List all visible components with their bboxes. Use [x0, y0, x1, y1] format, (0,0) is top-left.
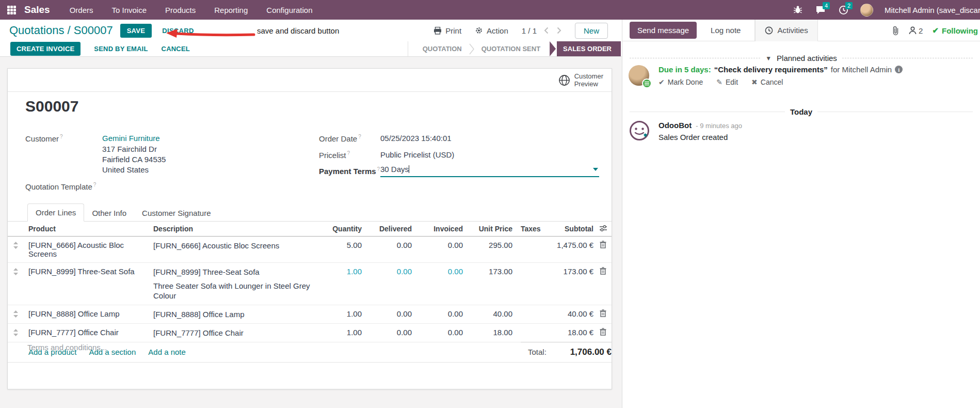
customer-name-link[interactable]: Gemini Furniture	[102, 134, 160, 143]
header-invoiced[interactable]: Invoiced	[412, 225, 463, 233]
cell-unit-price[interactable]: 40.00	[463, 309, 512, 318]
collapse-caret-icon[interactable]: ▼	[765, 55, 772, 62]
drag-handle-icon[interactable]	[8, 328, 23, 336]
debug-bug-icon[interactable]	[792, 4, 804, 15]
tab-order-lines[interactable]: Order Lines	[27, 203, 84, 222]
header-product[interactable]: Product	[23, 225, 146, 233]
messages-icon[interactable]: 4	[815, 4, 826, 15]
header-delivered[interactable]: Delivered	[362, 225, 412, 233]
odoobot-avatar[interactable]	[630, 121, 649, 140]
user-name[interactable]: Mitchell Admin (save_discard	[885, 6, 980, 14]
header-quantity[interactable]: Quantity	[317, 225, 362, 233]
following-button[interactable]: ✔ Following	[932, 26, 978, 35]
topbar-menu-orders[interactable]: Orders	[70, 6, 93, 14]
topbar-menu-products[interactable]: Products	[165, 6, 196, 14]
cell-product[interactable]: [FURN_8888] Office Lamp	[23, 309, 146, 318]
activities-button[interactable]: Activities	[755, 20, 817, 41]
delete-row-icon[interactable]	[593, 309, 613, 317]
cell-invoiced[interactable]: 0.00	[412, 328, 463, 337]
discard-button[interactable]: DISCARD	[162, 27, 194, 35]
cell-unit-price[interactable]: 173.00	[463, 267, 512, 276]
action-button[interactable]: Action	[475, 26, 508, 35]
topbar-menu-to-invoice[interactable]: To Invoice	[112, 6, 147, 14]
pager-next-icon[interactable]	[557, 27, 561, 34]
cell-description[interactable]: [FURN_7777] Office Chair	[146, 328, 317, 338]
activities-clock-icon[interactable]: 2	[838, 4, 849, 15]
cell-quantity[interactable]: 5.00	[317, 241, 362, 249]
payment-terms-input[interactable]: 30 Days	[380, 165, 599, 177]
cell-invoiced[interactable]: 0.00	[412, 267, 463, 276]
topbar-menu-reporting[interactable]: Reporting	[214, 6, 248, 14]
topbar-menu-configuration[interactable]: Configuration	[266, 6, 312, 14]
log-note-button[interactable]: Log note	[703, 22, 748, 39]
cell-description[interactable]: [FURN_8888] Office Lamp	[146, 309, 317, 319]
cell-delivered[interactable]: 0.00	[362, 241, 412, 249]
delete-row-icon[interactable]	[593, 241, 613, 248]
order-date-value[interactable]: 05/25/2023 15:40:01	[380, 134, 452, 143]
print-button[interactable]: Print	[433, 26, 461, 35]
send-by-email-button[interactable]: SEND BY EMAIL	[94, 45, 148, 53]
record-title: S00007	[25, 98, 78, 115]
terms-and-conditions-placeholder[interactable]: Terms and conditions...	[27, 343, 107, 352]
stage-pipeline: QUOTATION QUOTATION SENT SALES ORDER	[408, 41, 621, 56]
cell-product[interactable]: [FURN_8999] Three-Seat Sofa	[23, 267, 146, 276]
send-message-button[interactable]: Send message	[630, 22, 697, 39]
delete-row-icon[interactable]	[593, 328, 613, 336]
info-icon[interactable]: i	[895, 66, 903, 73]
customer-label: Customer?	[25, 134, 63, 143]
new-button[interactable]: New	[575, 23, 608, 39]
breadcrumb-quotations[interactable]: Quotations	[9, 24, 64, 37]
cell-quantity[interactable]: 1.00	[317, 267, 362, 276]
cell-invoiced[interactable]: 0.00	[412, 309, 463, 318]
pricelist-value[interactable]: Public Pricelist (USD)	[380, 150, 454, 159]
customer-preview-button[interactable]: CustomerPreview	[558, 72, 603, 88]
cell-product[interactable]: [FURN_7777] Office Chair	[23, 328, 146, 337]
followers-button[interactable]: 2	[909, 26, 923, 35]
header-description[interactable]: Description	[146, 225, 317, 233]
cell-unit-price[interactable]: 295.00	[463, 241, 512, 249]
stage-quotation[interactable]: QUOTATION	[415, 45, 469, 53]
cell-quantity[interactable]: 1.00	[317, 328, 362, 337]
cell-delivered[interactable]: 0.00	[362, 267, 412, 276]
attachment-paperclip-icon[interactable]	[892, 26, 899, 36]
cancel-activity-button[interactable]: ✖Cancel	[751, 78, 783, 86]
cell-description[interactable]: [FURN_8999] Three-Seat SofaThree Seater …	[146, 267, 317, 301]
tab-customer-signature[interactable]: Customer Signature	[134, 205, 218, 222]
drag-handle-icon[interactable]	[8, 309, 23, 318]
add-note-link[interactable]: Add a note	[148, 348, 186, 356]
cell-unit-price[interactable]: 18.00	[463, 328, 512, 337]
mark-done-button[interactable]: ✔Mark Done	[658, 78, 703, 86]
payment-terms-dropdown-icon[interactable]	[593, 168, 598, 171]
activity-avatar[interactable]	[629, 65, 649, 86]
cell-delivered[interactable]: 0.00	[362, 328, 412, 337]
header-taxes[interactable]: Taxes	[512, 225, 553, 233]
edit-activity-button[interactable]: ✎Edit	[716, 78, 738, 86]
message-author[interactable]: OdooBot	[658, 121, 692, 130]
printer-icon	[433, 27, 442, 35]
stage-sales-order[interactable]: SALES ORDER	[550, 41, 621, 56]
cancel-button[interactable]: CANCEL	[162, 45, 190, 53]
pager-count: 1 / 1	[522, 26, 537, 35]
cell-subtotal: 18.00 €	[553, 328, 593, 337]
create-invoice-button[interactable]: CREATE INVOICE	[10, 42, 81, 56]
activity-due: Due in 5 days:	[658, 65, 711, 74]
cell-invoiced[interactable]: 0.00	[412, 241, 463, 249]
cell-quantity[interactable]: 1.00	[317, 309, 362, 318]
delete-row-icon[interactable]	[593, 267, 613, 275]
cell-delivered[interactable]: 0.00	[362, 309, 412, 318]
stage-quotation-sent[interactable]: QUOTATION SENT	[474, 45, 548, 53]
save-button[interactable]: SAVE	[120, 24, 152, 38]
user-avatar[interactable]	[860, 4, 873, 17]
apps-grid-icon[interactable]	[7, 6, 16, 14]
header-unit-price[interactable]: Unit Price	[463, 225, 512, 233]
cell-product[interactable]: [FURN_6666] Acoustic Bloc Screens	[23, 241, 146, 258]
pager-prev-icon[interactable]	[544, 27, 549, 34]
drag-handle-icon[interactable]	[8, 241, 23, 249]
optional-columns-icon[interactable]	[593, 225, 613, 232]
cell-description[interactable]: [FURN_6666] Acoustic Bloc Screens	[146, 241, 317, 250]
drag-handle-icon[interactable]	[8, 267, 23, 275]
table-row: [FURN_7777] Office Chair [FURN_7777] Off…	[8, 324, 612, 342]
tab-other-info[interactable]: Other Info	[84, 205, 134, 222]
header-subtotal[interactable]: Subtotal	[553, 225, 593, 233]
app-name[interactable]: Sales	[24, 4, 50, 15]
